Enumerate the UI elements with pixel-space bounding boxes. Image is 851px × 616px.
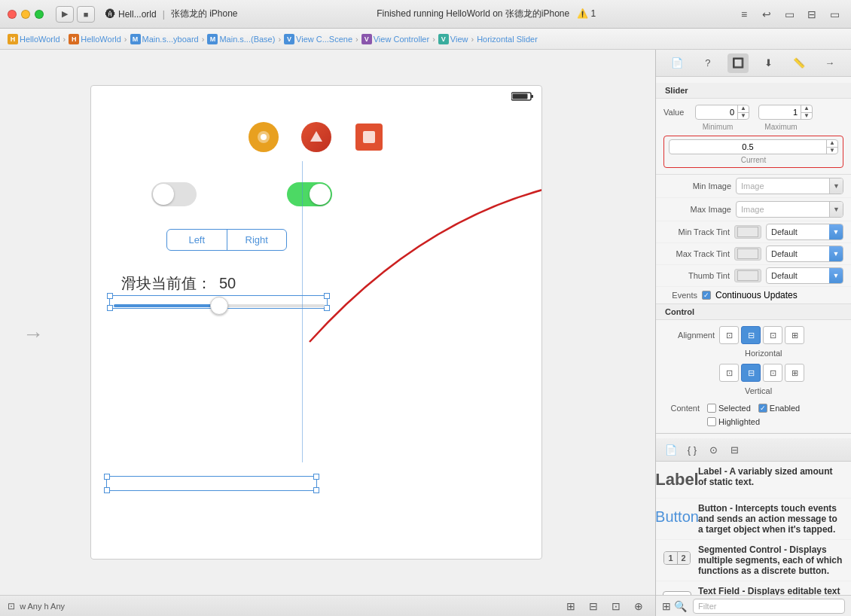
attributes-inspector-icon[interactable]: ⬇ (758, 53, 779, 73)
grid-view-icon[interactable]: ⊞ (662, 600, 671, 612)
canvas-content[interactable]: → (0, 50, 655, 595)
max-image-dropdown[interactable]: Image ▼ (736, 201, 843, 218)
min-image-dropdown[interactable]: Image ▼ (736, 178, 843, 194)
object-library-toolbar: 📄 { } ⊙ ⊟ (656, 438, 851, 462)
value-row: Value ▲ ▼ ▲ ▼ (663, 105, 843, 120)
obj-lib-media-icon[interactable]: ⊙ (704, 441, 722, 458)
thumb-tint-value: Default (767, 271, 829, 280)
segmented-control[interactable]: Left Right (166, 229, 287, 251)
min-value-box[interactable]: ▲ ▼ (695, 105, 749, 120)
enabled-check-item: ✓ Enabled (758, 404, 800, 413)
thumb-tint-swatch[interactable] (734, 269, 761, 282)
current-stepper[interactable]: ▲ ▼ (826, 139, 837, 154)
seg-right-btn[interactable]: Right (227, 230, 287, 250)
align-h-center-btn[interactable]: ⊟ (741, 326, 761, 344)
back-icon[interactable]: ↩ (758, 6, 776, 23)
size-inspector-icon[interactable]: 📏 (788, 53, 810, 73)
max-stepper-down[interactable]: ▼ (801, 113, 812, 120)
obj-lib-file-icon[interactable]: 📄 (662, 441, 680, 458)
thumb-tint-select[interactable]: Default ▼ (766, 267, 843, 284)
highlighted-checkbox[interactable] (707, 417, 716, 426)
max-image-dropdown-arrow[interactable]: ▼ (829, 201, 843, 218)
play-button[interactable]: ▶ (56, 6, 74, 23)
identity-inspector-icon[interactable]: 🔲 (727, 53, 749, 73)
segmented-thumb: 1 2 (663, 544, 691, 572)
panel-toggle-icon[interactable]: ≡ (735, 6, 753, 23)
align-h-right-btn[interactable]: ⊡ (763, 326, 782, 344)
breadcrumb-item-1[interactable]: HelloWorld (81, 35, 121, 44)
obj-lib-code-icon[interactable]: { } (683, 441, 701, 458)
min-track-tint-swatch[interactable] (734, 225, 761, 239)
min-track-tint-select[interactable]: Default ▼ (766, 224, 843, 240)
max-stepper-up[interactable]: ▲ (801, 105, 812, 113)
pinch-icon[interactable]: ⊕ (630, 598, 648, 614)
min-image-dropdown-arrow[interactable]: ▼ (829, 178, 843, 194)
stop-button[interactable]: ■ (77, 6, 95, 23)
breadcrumb-item-6[interactable]: View (450, 35, 468, 44)
filter-icon[interactable]: 🔍 (674, 600, 687, 612)
max-value-input[interactable] (759, 108, 801, 117)
align-v-top-btn[interactable]: ⊡ (719, 364, 739, 382)
slider-track[interactable] (114, 304, 325, 307)
current-stepper-down[interactable]: ▼ (827, 148, 837, 155)
obj-lib-icons: 📄 { } ⊙ ⊟ (662, 441, 743, 458)
enabled-checkbox[interactable]: ✓ (758, 404, 767, 413)
continuous-updates-checkbox[interactable]: ✓ (702, 291, 711, 300)
min-stepper-up[interactable]: ▲ (738, 105, 749, 113)
app-icon-2 (301, 122, 331, 152)
alignment-label-row: Alignment ⊡ ⊟ ⊡ ⊞ (663, 325, 843, 346)
button-item-name: Button - Intercepts touch events and sen… (698, 503, 843, 535)
segmented-item-name: Segmented Control - Displays multiple se… (698, 544, 843, 576)
seg-left-btn[interactable]: Left (167, 230, 227, 250)
max-track-tint-select[interactable]: Default ▼ (766, 245, 843, 262)
align-h-fill-btn[interactable]: ⊞ (785, 326, 804, 344)
resize-icon[interactable]: ⊡ (607, 598, 625, 614)
breadcrumb-item-2[interactable]: Main.s...yboard (142, 35, 199, 44)
minimize-button[interactable] (21, 10, 30, 19)
thumb-tint-arrow[interactable]: ▼ (829, 267, 843, 284)
current-value-box[interactable]: ▲ ▼ (669, 139, 838, 154)
current-stepper-up[interactable]: ▲ (827, 139, 837, 148)
slider-container (114, 304, 541, 307)
toggle-off[interactable] (151, 182, 197, 206)
min-stepper-down[interactable]: ▼ (738, 113, 749, 120)
breadcrumb-item-0[interactable]: HelloWorld (20, 35, 60, 44)
connections-inspector-icon[interactable]: → (819, 53, 840, 73)
breadcrumb-item-4[interactable]: View C...Scene (296, 35, 352, 44)
highlighted-row: Highlighted (656, 415, 851, 428)
align-h-left-btn[interactable]: ⊡ (719, 326, 739, 344)
breadcrumb-item-7[interactable]: Horizontal Slider (477, 35, 538, 44)
min-value-input[interactable] (696, 108, 737, 117)
max-track-tint-arrow[interactable]: ▼ (829, 245, 843, 262)
current-value-input[interactable] (670, 142, 826, 151)
breadcrumb-item-3[interactable]: Main.s...(Base) (219, 35, 275, 44)
status-message: Finished running HelloWorld on 张德龙的iPhon… (244, 8, 729, 20)
grid-icon[interactable]: ⊞ (562, 598, 580, 614)
obj-lib-item-label: Label Label - A variably sized amount of… (656, 462, 851, 499)
quick-help-icon[interactable]: ? (697, 53, 718, 73)
max-stepper[interactable]: ▲ ▼ (801, 105, 812, 120)
file-inspector-icon[interactable]: 📄 (666, 53, 688, 73)
breadcrumb-item-5[interactable]: View Controller (374, 35, 429, 44)
layout-icon[interactable]: ⊟ (584, 598, 602, 614)
max-value-box[interactable]: ▲ ▼ (758, 105, 813, 120)
toggle-on[interactable] (287, 182, 332, 206)
min-stepper[interactable]: ▲ ▼ (737, 105, 749, 120)
selected-checkbox[interactable] (707, 404, 716, 413)
align-v-fill-btn[interactable]: ⊞ (785, 364, 804, 382)
filter-input-wrapper[interactable]: Filter (693, 599, 845, 614)
layout-single-icon[interactable]: ▭ (780, 6, 798, 23)
layout-right-icon[interactable]: ▭ (825, 6, 843, 23)
current-label: Current (669, 156, 838, 164)
align-v-bottom-btn[interactable]: ⊡ (763, 364, 782, 382)
obj-lib-snippet-icon[interactable]: ⊟ (725, 441, 743, 458)
maximize-button[interactable] (35, 10, 44, 19)
max-track-tint-swatch[interactable] (734, 247, 761, 261)
align-v-center-btn[interactable]: ⊟ (741, 364, 761, 382)
min-track-tint-arrow[interactable]: ▼ (829, 224, 843, 240)
close-button[interactable] (8, 10, 17, 19)
slider-thumb[interactable] (210, 297, 228, 315)
filter-placeholder: Filter (698, 602, 716, 611)
layout-split-icon[interactable]: ⊟ (803, 6, 821, 23)
project-selector[interactable]: 🅐 Hell...orld | 张德龙的 iPhone (105, 8, 238, 20)
